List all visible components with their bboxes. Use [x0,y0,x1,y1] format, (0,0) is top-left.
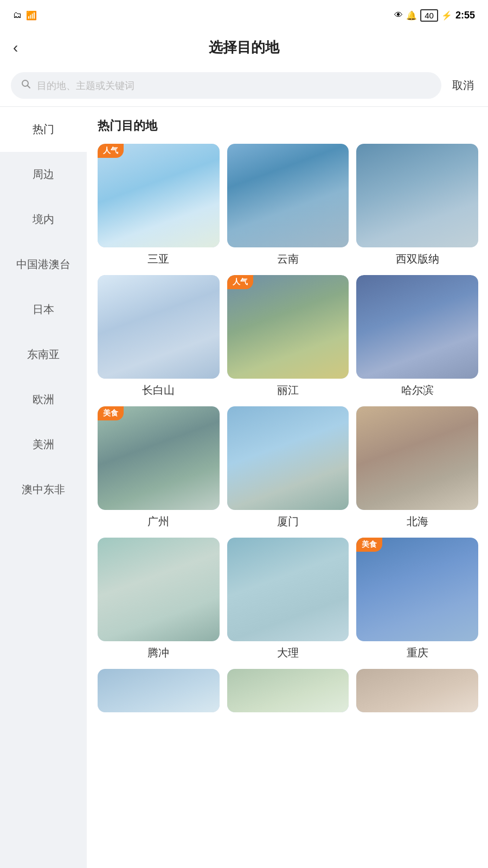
sidebar-item-domestic[interactable]: 境内 [0,197,87,242]
alarm-icon: 🔔 [406,10,417,21]
content-area: 热门目的地 人气 三亚 云南 [87,107,488,868]
dest-label-haerbin: 哈尔滨 [401,383,434,398]
dest-item-yunnan[interactable]: 云南 [227,144,349,266]
dest-img-beihai [356,406,478,510]
destination-grid: 人气 三亚 云南 西双版纳 [98,144,478,660]
dest-badge-sanya: 人气 [98,144,124,158]
sidebar-item-nearby[interactable]: 周边 [0,152,87,197]
dest-img-sanya: 人气 [98,144,220,247]
search-bar-row: 目的地、主题或关键词 取消 [0,67,488,106]
dest-label-xiamen: 厦门 [277,514,299,529]
dest-img-chongqing: 美食 [356,538,478,641]
wifi-icon: 📶 [26,10,37,21]
search-input-wrap[interactable]: 目的地、主题或关键词 [11,72,441,99]
dest-label-tengchong: 腾冲 [147,646,169,660]
status-time: 2:55 [455,10,475,21]
status-bar: 🗂 📶 👁 🔔 40 ⚡ 2:55 [0,0,488,28]
search-icon [21,79,31,92]
dest-img-dali [227,538,349,641]
eye-icon: 👁 [394,10,403,20]
partial-dest-row [98,669,478,712]
dest-label-sanya: 三亚 [147,252,169,266]
dest-item-sanya[interactable]: 人气 三亚 [98,144,220,266]
dest-label-guangzhou: 广州 [147,514,169,529]
sidebar: 热门 周边 境内 中国港澳台 日本 东南亚 欧洲 美洲 澳中东非 [0,107,87,868]
dest-img-xiamen [227,406,349,510]
dest-label-xsbn: 西双版纳 [396,252,439,266]
main-content: 热门 周边 境内 中国港澳台 日本 东南亚 欧洲 美洲 澳中东非 热门目的地 [0,107,488,868]
dest-item-more1[interactable] [98,669,220,712]
status-left: 🗂 📶 [13,10,37,21]
cancel-button[interactable]: 取消 [449,76,477,95]
back-button[interactable]: ‹ [13,39,18,56]
dest-item-more2[interactable] [227,669,349,712]
sidebar-item-america[interactable]: 美洲 [0,422,87,467]
dest-label-yunnan: 云南 [277,252,299,266]
sidebar-item-hot[interactable]: 热门 [0,107,87,152]
lightning-icon: ⚡ [441,10,452,21]
dest-img-more1 [98,669,220,712]
dest-img-guangzhou: 美食 [98,406,220,510]
sidebar-item-africa[interactable]: 澳中东非 [0,467,87,512]
dest-label-lijiang: 丽江 [277,383,299,398]
dest-item-more3[interactable] [356,669,478,712]
dest-item-xiamen[interactable]: 厦门 [227,406,349,529]
dest-item-chongqing[interactable]: 美食 重庆 [356,538,478,660]
sidebar-item-europe[interactable]: 欧洲 [0,377,87,422]
dest-item-xsbn[interactable]: 西双版纳 [356,144,478,266]
dest-label-chongqing: 重庆 [407,646,428,660]
svg-line-1 [28,86,30,88]
section-title: 热门目的地 [98,118,478,134]
dest-img-changbaishan [98,275,220,379]
dest-label-changbaishan: 长白山 [142,383,175,398]
dest-img-lijiang: 人气 [227,275,349,379]
dest-item-guangzhou[interactable]: 美食 广州 [98,406,220,529]
dest-label-dali: 大理 [277,646,299,660]
battery-indicator: 40 [420,9,438,22]
dest-label-beihai: 北海 [407,514,428,529]
page-title: 选择目的地 [209,38,279,57]
header: ‹ 选择目的地 [0,28,488,67]
dest-badge-chongqing: 美食 [356,538,382,552]
search-placeholder-text: 目的地、主题或关键词 [37,79,134,92]
dest-img-haerbin [356,275,478,379]
dest-badge-guangzhou: 美食 [98,406,124,420]
dest-badge-lijiang: 人气 [227,275,253,289]
dest-item-dali[interactable]: 大理 [227,538,349,660]
status-right: 👁 🔔 40 ⚡ 2:55 [394,9,475,22]
sidebar-item-japan[interactable]: 日本 [0,287,87,332]
dest-item-lijiang[interactable]: 人气 丽江 [227,275,349,398]
sim-icon: 🗂 [13,10,22,20]
dest-img-xsbn [356,144,478,247]
dest-img-yunnan [227,144,349,247]
dest-item-changbaishan[interactable]: 长白山 [98,275,220,398]
dest-item-tengchong[interactable]: 腾冲 [98,538,220,660]
sidebar-item-hmt[interactable]: 中国港澳台 [0,242,87,287]
sidebar-item-sea[interactable]: 东南亚 [0,332,87,377]
dest-img-tengchong [98,538,220,641]
dest-item-haerbin[interactable]: 哈尔滨 [356,275,478,398]
dest-img-more2 [227,669,349,712]
dest-img-more3 [356,669,478,712]
dest-item-beihai[interactable]: 北海 [356,406,478,529]
